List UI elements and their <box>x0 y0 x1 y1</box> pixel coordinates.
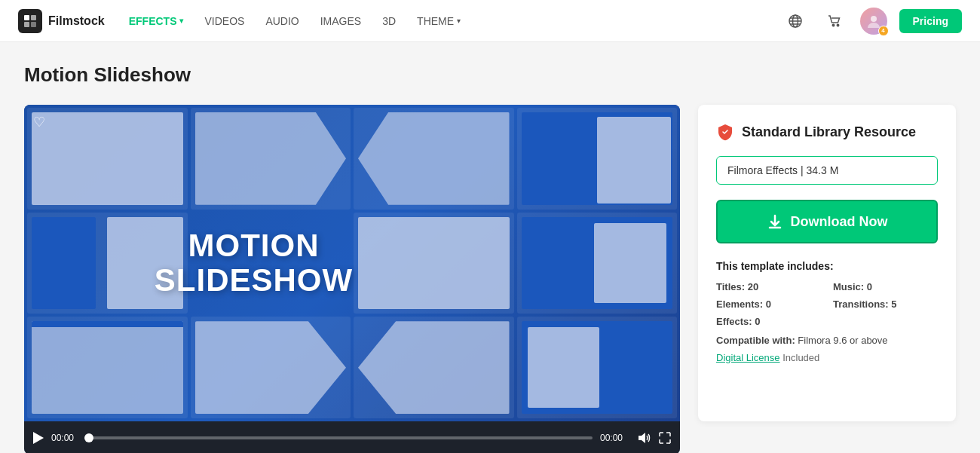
license-row: Digital License Included <box>716 352 938 363</box>
nav-images[interactable]: IMAGES <box>320 15 361 27</box>
svg-rect-0 <box>24 15 29 20</box>
content-area: ♡ MOTION SLIDESHOW <box>24 105 956 453</box>
heart-icon: ♡ <box>33 114 45 130</box>
time-current: 00:00 <box>51 433 81 443</box>
notification-badge: 4 <box>878 26 889 36</box>
compatible-row: Compatible with: Filmora 9.6 or above <box>716 335 938 346</box>
play-button[interactable] <box>33 432 44 444</box>
avatar[interactable]: 4 <box>860 8 887 35</box>
pricing-button[interactable]: Pricing <box>899 9 962 33</box>
thumb-6 <box>354 213 514 314</box>
thumb-10 <box>354 317 514 418</box>
license-link[interactable]: Digital License <box>716 352 780 363</box>
shield-icon <box>716 123 734 141</box>
svg-point-10 <box>837 24 838 26</box>
sidebar-panel: Standard Library Resource Filmora Effect… <box>698 105 956 421</box>
template-stats: Titles: 20 Music: 0 Elements: 0 Transiti… <box>716 281 938 327</box>
progress-dot[interactable] <box>84 433 93 442</box>
nav-effects[interactable]: EFFECTS ▾ <box>129 15 184 27</box>
fullscreen-button[interactable] <box>659 432 671 444</box>
time-end: 00:00 <box>600 433 630 443</box>
nav-audio[interactable]: AUDIO <box>265 15 299 27</box>
svg-rect-3 <box>31 22 36 27</box>
video-preview: ♡ MOTION SLIDESHOW <box>24 105 680 421</box>
logo[interactable]: Filmstock <box>18 9 105 33</box>
logo-text: Filmstock <box>48 14 105 28</box>
titles-stat: Titles: 20 <box>716 281 821 292</box>
svg-rect-1 <box>31 15 36 20</box>
svg-marker-12 <box>33 432 44 444</box>
navbar-right: 4 Pricing <box>782 8 962 35</box>
nav-theme[interactable]: THEME ▾ <box>417 15 461 27</box>
globe-button[interactable] <box>782 8 809 35</box>
thumb-3 <box>354 108 514 210</box>
page-title: Motion Slideshow <box>24 63 956 87</box>
video-controls: 00:00 00:00 <box>24 421 680 453</box>
file-info-box: Filmora Effects | 34.3 M <box>716 156 938 185</box>
thumb-11 <box>517 317 678 418</box>
volume-button[interactable] <box>638 432 651 444</box>
progress-bar[interactable] <box>89 436 593 439</box>
transitions-stat: Transitions: 5 <box>833 298 938 310</box>
video-player: ♡ MOTION SLIDESHOW <box>24 105 680 453</box>
svg-point-9 <box>832 24 834 26</box>
thumb-4 <box>517 108 678 210</box>
svg-rect-2 <box>24 22 29 27</box>
thumb-9 <box>191 317 351 418</box>
nav-3d[interactable]: 3D <box>382 15 396 27</box>
template-includes-title: This template includes: <box>716 260 938 272</box>
thumb-2 <box>191 108 351 210</box>
resource-title: Standard Library Resource <box>742 124 916 140</box>
navbar: Filmstock EFFECTS ▾ VIDEOS AUDIO IMAGES … <box>0 0 980 42</box>
file-info-text: Filmora Effects | 34.3 M <box>727 164 838 176</box>
thumb-8 <box>27 317 188 418</box>
svg-point-11 <box>871 16 877 22</box>
video-center-text: MOTION SLIDESHOW <box>155 228 353 298</box>
cart-button[interactable] <box>821 8 848 35</box>
download-label: Download Now <box>791 214 888 230</box>
effects-stat: Effects: 0 <box>716 316 821 327</box>
music-stat: Music: 0 <box>833 281 938 292</box>
elements-stat: Elements: 0 <box>716 298 821 310</box>
svg-marker-13 <box>639 433 645 443</box>
download-button[interactable]: Download Now <box>716 200 938 243</box>
main-content: Motion Slideshow ♡ <box>0 42 980 453</box>
resource-header: Standard Library Resource <box>716 123 938 141</box>
template-info: This template includes: Titles: 20 Music… <box>716 260 938 363</box>
nav-videos[interactable]: VIDEOS <box>204 15 244 27</box>
thumb-7 <box>517 213 678 314</box>
thumb-1 <box>27 108 188 210</box>
theme-chevron-icon: ▾ <box>457 17 461 25</box>
effects-chevron-icon: ▾ <box>179 17 183 25</box>
logo-icon <box>18 9 42 33</box>
nav-links: EFFECTS ▾ VIDEOS AUDIO IMAGES 3D THEME ▾ <box>129 15 758 27</box>
